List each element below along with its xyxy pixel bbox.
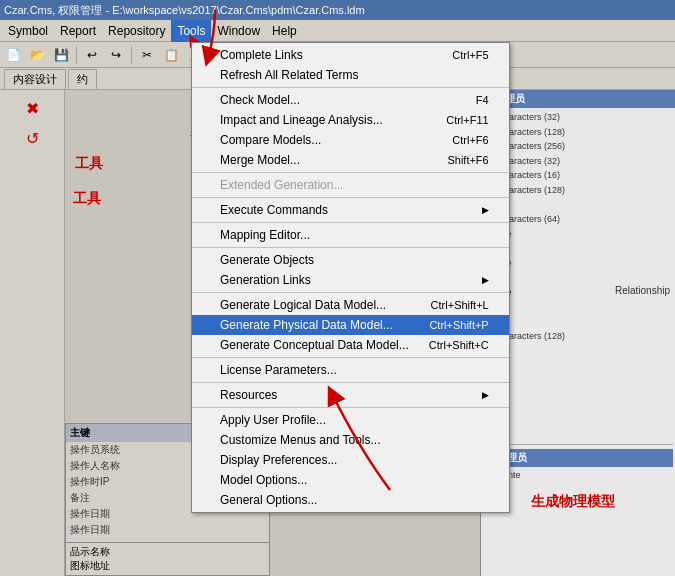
menu-help[interactable]: Help — [266, 20, 303, 42]
right-row-14: an — [483, 314, 673, 329]
right-row-empty4 — [483, 300, 673, 315]
left-icon-refresh[interactable]: ↺ — [17, 124, 47, 152]
menu-repository[interactable]: Repository — [102, 20, 171, 42]
right-row-2: ble characters (256) — [483, 139, 673, 154]
right-bottom-row0: Spi2 Inte — [483, 467, 673, 484]
right-row-4: ble characters (16) — [483, 168, 673, 183]
right-row-15: ble characters (128) — [483, 329, 673, 344]
toolbar-copy[interactable]: 📋 — [160, 44, 182, 66]
menu-apply-user-profile[interactable]: Apply User Profile... — [192, 410, 509, 430]
footer-label1: 品示名称 — [70, 545, 265, 559]
toolbar-save[interactable]: 💾 — [50, 44, 72, 66]
sep9 — [192, 407, 509, 408]
right-bottom-row2: Vari — [483, 500, 673, 517]
relationship-label: Relationship — [615, 285, 670, 296]
toolbar-undo[interactable]: ↩ — [81, 44, 103, 66]
menu-symbol[interactable]: Symbol — [2, 20, 54, 42]
menu-compare-models[interactable]: Compare Models... Ctrl+F6 — [192, 130, 509, 150]
menu-complete-links[interactable]: Complete Links Ctrl+F5 — [192, 45, 509, 65]
right-row-0: ble characters (32) — [483, 110, 673, 125]
sep3 — [192, 197, 509, 198]
menu-display-preferences[interactable]: Display Preferences... — [192, 450, 509, 470]
menu-general-options[interactable]: General Options... — [192, 490, 509, 510]
sep4 — [192, 222, 509, 223]
menu-extended-generation: Extended Generation... — [192, 175, 509, 195]
menu-report[interactable]: Report — [54, 20, 102, 42]
right-row-8: c Time — [483, 227, 673, 242]
menu-resources[interactable]: Resources — [192, 385, 509, 405]
menu-customize-menus[interactable]: Customize Menus and Tools... — [192, 430, 509, 450]
menu-refresh-all[interactable]: Refresh All Related Terms — [192, 65, 509, 85]
toolbar-cut[interactable]: ✂ — [136, 44, 158, 66]
right-row-3: ble characters (32) — [483, 154, 673, 169]
sep1 — [192, 87, 509, 88]
menu-tools[interactable]: Tools — [171, 20, 211, 42]
title-bar: Czar.Cms, 权限管理 - E:\workspace\vs2017\Cza… — [0, 0, 675, 20]
menu-generation-links[interactable]: Generation Links — [192, 270, 509, 290]
menu-generate-objects[interactable]: Generate Objects — [192, 250, 509, 270]
title-text: Czar.Cms, 权限管理 - E:\workspace\vs2017\Cza… — [4, 3, 365, 18]
bottom-panel-footer: 品示名称 图标地址 — [66, 542, 269, 575]
right-row-10: c Time — [483, 256, 673, 271]
menu-model-options[interactable]: Model Options... — [192, 470, 509, 490]
footer-label2: 图标地址 — [70, 559, 265, 573]
sep7 — [192, 357, 509, 358]
toolbar-sep2 — [131, 46, 132, 64]
menu-impact-lineage[interactable]: Impact and Lineage Analysis... Ctrl+F11 — [192, 110, 509, 130]
right-bottom-row1: Vari — [483, 483, 673, 500]
left-icon-close[interactable]: ✖ — [17, 94, 47, 122]
toolbar-new[interactable]: 📄 — [2, 44, 24, 66]
sep6 — [192, 292, 509, 293]
toolbar-sep1 — [76, 46, 77, 64]
menu-check-model[interactable]: Check Model... F4 — [192, 90, 509, 110]
menu-mapping-editor[interactable]: Mapping Editor... — [192, 225, 509, 245]
tab-constraint[interactable]: 约 — [68, 69, 97, 89]
left-panel: ✖ ↺ — [0, 90, 65, 576]
menu-generate-logical[interactable]: Generate Logical Data Model... Ctrl+Shif… — [192, 295, 509, 315]
toolbar-redo[interactable]: ↪ — [105, 44, 127, 66]
menu-merge-model[interactable]: Merge Model... Shift+F6 — [192, 150, 509, 170]
right-row-empty3 — [483, 271, 673, 286]
right-row-1: ble characters (128) — [483, 125, 673, 140]
right-row-7: ble characters (64) — [483, 212, 673, 227]
tab-content-design[interactable]: 内容设计 — [4, 69, 66, 89]
menu-bar: Symbol Report Repository Tools Window He… — [0, 20, 675, 42]
toolbar-open[interactable]: 📂 — [26, 44, 48, 66]
right-bottom-section: 台管理员 Spi2 Inte Vari Vari — [483, 444, 673, 517]
sep8 — [192, 382, 509, 383]
right-row-5: ble characters (128) — [483, 183, 673, 198]
menu-license-parameters[interactable]: License Parameters... — [192, 360, 509, 380]
sep5 — [192, 247, 509, 248]
menu-generate-conceptual[interactable]: Generate Conceptual Data Model... Ctrl+S… — [192, 335, 509, 355]
tools-cn-label: 工具 — [73, 190, 101, 208]
right-row-empty2 — [483, 241, 673, 256]
tools-dropdown-menu: Complete Links Ctrl+F5 Refresh All Relat… — [191, 42, 510, 513]
right-panel-header: 台管理员 — [481, 90, 675, 108]
bottom-panel-row-5: 操作日期 — [66, 522, 269, 538]
menu-execute-commands[interactable]: Execute Commands — [192, 200, 509, 220]
right-panel-content: ble characters (32) ble characters (128)… — [481, 108, 675, 518]
sep2 — [192, 172, 509, 173]
menu-generate-physical[interactable]: Generate Physical Data Model... Ctrl+Shi… — [192, 315, 509, 335]
menu-window[interactable]: Window — [211, 20, 266, 42]
right-row-empty1 — [483, 198, 673, 213]
right-bottom-header: 台管理员 — [483, 449, 673, 467]
